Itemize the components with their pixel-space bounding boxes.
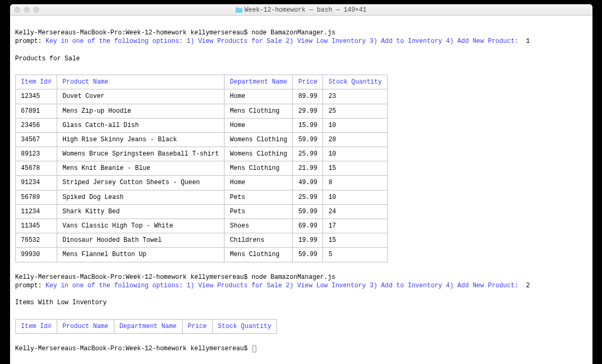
cell-stock: 10 [323,190,388,204]
cell-id: 67891 [15,104,57,118]
cell-price: 59.99 [293,248,323,262]
section-title: Products for Sale [15,55,80,62]
cell-stock: 25 [323,104,388,118]
table-row: 99930Mens Flannel Button UpMens Clothing… [15,248,388,262]
cell-name: Shark Kitty Bed [57,204,224,219]
cell-id: 11234 [15,204,57,219]
cell-stock: 23 [323,89,388,104]
cell-id: 99930 [15,248,57,262]
table-row: 56789Spiked Dog LeashPets25.9910 [15,190,388,204]
cell-price: 29.99 [293,104,323,118]
cell-price: 89.99 [293,89,323,104]
window-controls [14,7,39,13]
cell-id: 11345 [15,219,57,233]
titlebar[interactable]: Week-12-homework — bash — 149×41 [10,4,592,16]
cell-name: Spiked Dog Leash [57,190,224,204]
table-row: 12345Duvet CoverHome89.9923 [15,89,388,104]
prompt-question: Key in one of the following options: 1) … [46,38,518,45]
cell-stock: 10 [323,118,388,132]
cell-stock: 15 [323,233,388,248]
cell-stock: 28 [323,132,388,147]
cell-id: 56789 [15,190,57,204]
cell-dept: Pets [224,190,293,204]
col-stock: Stock Quantity [212,319,277,333]
cell-name: Dinosaur Hooded Bath Towel [57,233,224,248]
table-row: 76532Dinosaur Hooded Bath TowelChildrens… [15,233,388,248]
prompt-answer: 2 [518,282,530,289]
cell-id: 34567 [15,132,57,147]
col-name: Product Name [57,319,114,333]
cell-dept: Home [224,89,293,104]
table-row: 45678Mens Knit Beanie - BlueMens Clothin… [15,161,388,176]
col-price: Price [182,319,212,333]
col-dept: Department Name [114,319,182,333]
cell-id: 76532 [15,233,57,248]
cell-dept: Womens Clothing [224,147,293,161]
low-inventory-table: Item Id# Product Name Department Name Pr… [15,319,277,334]
col-price: Price [293,75,323,89]
prompt-label: prompt: [15,282,46,289]
cell-name: Mens Flannel Button Up [57,248,224,262]
cell-id: 89123 [15,147,57,161]
cell-id: 12345 [15,89,57,104]
cell-dept: Pets [224,204,293,219]
cell-name: Mens Zip-up Hoodie [57,104,224,118]
terminal-window: Week-12-homework — bash — 149×41 Kelly-M… [10,4,592,364]
cell-price: 69.99 [293,219,323,233]
shell-prompt: Kelly-Mersereaus-MacBook-Pro:Week-12-hom… [15,274,251,281]
cell-price: 15.99 [293,118,323,132]
cell-stock: 8 [323,176,388,190]
cell-dept: Childrens [224,233,293,248]
cell-price: 59.99 [293,204,323,219]
cell-price: 59.99 [293,132,323,147]
window-title: Week-12-homework — bash — 149×41 [10,6,592,14]
cell-stock: 24 [323,204,388,219]
col-stock: Stock Quantity [323,75,388,89]
col-name: Product Name [57,75,224,89]
table-header-row: Item Id# Product Name Department Name Pr… [15,75,388,89]
cell-stock: 15 [323,161,388,176]
maximize-icon[interactable] [33,7,39,13]
command-text: node BamazonManager.js [251,29,335,37]
terminal-body[interactable]: Kelly-Mersereaus-MacBook-Pro:Week-12-hom… [10,16,592,364]
cell-price: 25.99 [293,147,323,161]
table-row: 23456Glass Catch-all DishHome15.9910 [15,118,388,132]
cell-price: 25.99 [293,190,323,204]
cell-dept: Mens Clothing [224,248,293,262]
col-id: Item Id# [15,75,57,89]
cell-price: 49.99 [293,176,323,190]
window-title-text: Week-12-homework — bash — 149×41 [245,6,366,14]
table-row: 11345Vans Classic High Top - WhiteShoes6… [15,219,388,233]
cell-dept: Mens Clothing [224,161,293,176]
cell-name: Duvet Cover [57,89,224,104]
section-title: Items With Low Inventory [15,299,107,306]
cell-id: 45678 [15,161,57,176]
close-icon[interactable] [14,7,20,13]
cell-dept: Mens Clothing [224,104,293,118]
cell-id: 91234 [15,176,57,190]
cell-name: Striped Jersey Cotton Sheets - Queen [57,176,224,190]
shell-prompt: Kelly-Mersereaus-MacBook-Pro:Week-12-hom… [15,345,251,352]
cell-price: 19.99 [293,233,323,248]
cell-dept: Home [224,176,293,190]
cell-price: 21.99 [293,161,323,176]
col-dept: Department Name [224,75,293,89]
cell-stock: 10 [323,147,388,161]
table-row: 91234Striped Jersey Cotton Sheets - Quee… [15,176,388,190]
cell-name: Vans Classic High Top - White [57,219,224,233]
col-id: Item Id# [15,319,57,333]
prompt-label: prompt: [15,38,46,45]
cell-name: Womens Bruce Springsteen Baseball T-shir… [57,147,224,161]
cell-id: 23456 [15,118,57,132]
folder-icon [236,7,242,13]
cursor-icon [253,345,256,352]
shell-prompt: Kelly-Mersereaus-MacBook-Pro:Week-12-hom… [15,29,251,37]
products-table: Item Id# Product Name Department Name Pr… [15,75,388,262]
cell-name: Glass Catch-all Dish [57,118,224,132]
table-header-row: Item Id# Product Name Department Name Pr… [15,319,277,333]
cell-dept: Home [224,118,293,132]
table-row: 67891Mens Zip-up HoodieMens Clothing29.9… [15,104,388,118]
minimize-icon[interactable] [24,7,30,13]
cell-name: Mens Knit Beanie - Blue [57,161,224,176]
cell-dept: Shoes [224,219,293,233]
